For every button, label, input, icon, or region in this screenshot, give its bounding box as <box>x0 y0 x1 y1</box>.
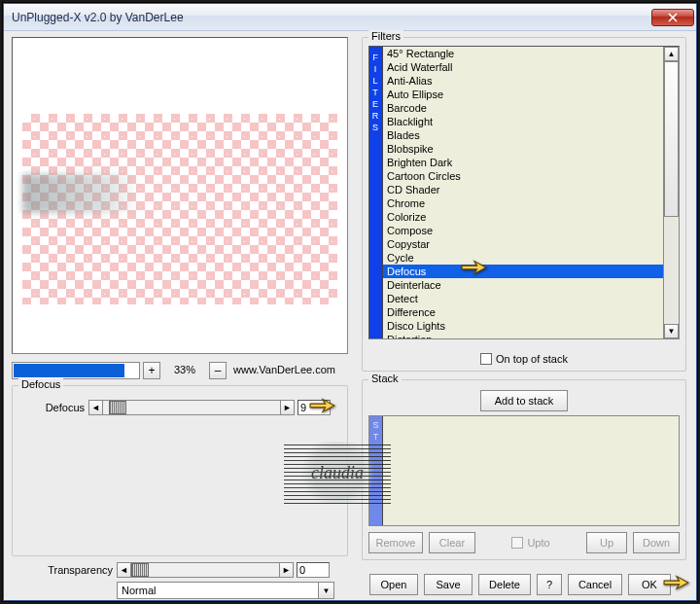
filter-item[interactable]: CD Shader <box>383 183 663 196</box>
filter-item[interactable]: Compose <box>383 224 663 237</box>
scroll-up-button[interactable]: ▲ <box>664 47 679 61</box>
stack-remove-button[interactable]: Remove <box>368 532 423 553</box>
filter-item[interactable]: Acid Waterfall <box>383 60 663 74</box>
filter-item[interactable]: Deinterlace <box>383 278 663 292</box>
zoom-percent: 33% <box>163 362 206 379</box>
open-button[interactable]: Open <box>369 574 418 595</box>
filter-item[interactable]: Blacklight <box>383 115 663 128</box>
filter-item[interactable]: Colorize <box>383 210 663 224</box>
transparency-inc-button[interactable]: ► <box>279 562 294 578</box>
transparency-dec-button[interactable]: ◄ <box>117 562 131 578</box>
delete-button[interactable]: Delete <box>478 574 531 595</box>
help-button[interactable]: ? <box>537 574 562 595</box>
filter-item[interactable]: Blades <box>383 128 663 142</box>
defocus-slider-label: Defocus <box>18 402 88 413</box>
filters-scrollbar[interactable]: ▲ ▼ <box>663 47 679 338</box>
scroll-thumb[interactable] <box>664 61 679 217</box>
on-top-checkbox[interactable] <box>480 353 492 365</box>
filter-item[interactable]: Detect <box>383 292 663 305</box>
transparency-value-field[interactable] <box>297 562 330 578</box>
stack-group: Stack Add to stack ST Remove Clear Upto … <box>362 379 686 560</box>
filter-item[interactable]: Cycle <box>383 251 663 265</box>
filter-item[interactable]: Difference <box>383 305 663 319</box>
close-button[interactable] <box>651 9 694 26</box>
filter-item[interactable]: Distortion <box>383 333 663 338</box>
filter-item[interactable]: Brighten Dark <box>383 156 663 169</box>
filter-item[interactable]: Defocus <box>383 265 663 278</box>
scroll-track[interactable] <box>664 61 679 324</box>
filter-item[interactable]: Cartoon Circles <box>383 169 663 183</box>
add-to-stack-button[interactable]: Add to stack <box>480 390 568 411</box>
stack-list-body[interactable] <box>383 416 679 525</box>
titlebar: UnPlugged-X v2.0 by VanDerLee <box>4 4 696 31</box>
stack-clear-button[interactable]: Clear <box>429 532 475 553</box>
filters-gutter: FILTERS <box>369 47 383 338</box>
window-title: UnPlugged-X v2.0 by VanDerLee <box>12 11 651 24</box>
stack-listbox[interactable]: ST <box>368 415 680 526</box>
defocus-legend: Defocus <box>18 378 63 390</box>
filter-item[interactable]: Disco Lights <box>383 319 663 333</box>
preview-blur-region <box>22 174 139 213</box>
defocus-slider-track[interactable] <box>103 400 280 415</box>
chevron-down-icon[interactable]: ▼ <box>318 583 333 598</box>
filters-legend: Filters <box>368 30 403 42</box>
filter-item[interactable]: Chrome <box>383 196 663 210</box>
stack-up-button[interactable]: Up <box>586 532 627 553</box>
filter-item[interactable]: Blobspike <box>383 142 663 156</box>
filter-item[interactable]: Barcode <box>383 101 663 115</box>
filters-listbox[interactable]: FILTERS 45° RectangleAcid WaterfallAnti-… <box>368 46 680 339</box>
filter-item[interactable]: 45° Rectangle <box>383 47 663 60</box>
on-top-label: On top of stack <box>496 353 568 365</box>
scroll-down-button[interactable]: ▼ <box>664 324 679 338</box>
cancel-button[interactable]: Cancel <box>568 574 622 595</box>
save-button[interactable]: Save <box>424 574 472 595</box>
vendor-link[interactable]: www.VanDerLee.com <box>229 362 348 379</box>
stack-down-button[interactable]: Down <box>633 532 680 553</box>
preview-image <box>22 114 337 304</box>
transparency-slider-thumb[interactable] <box>131 563 149 577</box>
preview-frame <box>12 37 348 354</box>
defocus-slider-thumb[interactable] <box>109 401 126 414</box>
blend-mode-value: Normal <box>122 585 156 596</box>
blend-mode-combo[interactable]: Normal ▼ <box>117 582 334 599</box>
defocus-inc-button[interactable]: ► <box>280 400 295 415</box>
stack-gutter: ST <box>369 416 383 525</box>
defocus-value-field[interactable] <box>298 400 331 415</box>
filters-group: Filters FILTERS 45° RectangleAcid Waterf… <box>362 37 686 372</box>
defocus-dec-button[interactable]: ◄ <box>88 400 103 415</box>
transparency-label: Transparency <box>12 564 117 576</box>
transparency-slider-track[interactable] <box>131 562 279 578</box>
app-window: UnPlugged-X v2.0 by VanDerLee + 33% – ww… <box>3 3 697 601</box>
zoom-in-button[interactable]: + <box>143 362 160 379</box>
filters-list-body[interactable]: 45° RectangleAcid WaterfallAnti-AliasAut… <box>383 47 663 338</box>
filter-item[interactable]: Copystar <box>383 237 663 251</box>
defocus-group: Defocus Defocus ◄ ► <box>12 385 348 556</box>
upto-checkbox[interactable] <box>511 537 523 549</box>
upto-label: Upto <box>527 537 549 549</box>
zoom-progress[interactable] <box>12 362 140 379</box>
stack-legend: Stack <box>368 373 402 384</box>
filter-item[interactable]: Anti-Alias <box>383 74 663 88</box>
filter-item[interactable]: Auto Ellipse <box>383 88 663 101</box>
ok-button[interactable]: OK <box>628 574 671 595</box>
zoom-out-button[interactable]: – <box>209 362 227 379</box>
